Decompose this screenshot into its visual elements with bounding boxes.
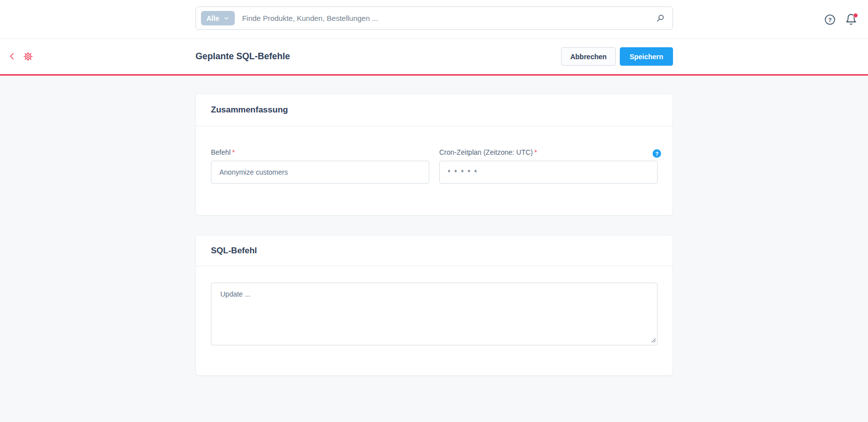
cron-label: Cron-Zeitplan (Zeitzone: UTC)*: [439, 148, 658, 156]
notification-badge: [853, 13, 858, 18]
sql-statement-textarea[interactable]: Update ...: [211, 283, 658, 345]
save-button[interactable]: Speichern: [620, 47, 673, 66]
top-bar: Alle ?: [0, 0, 868, 39]
page-title: Geplante SQL-Befehle: [195, 39, 290, 74]
sql-card-header: SQL-Befehl: [196, 235, 673, 266]
settings-gear-icon[interactable]: [23, 51, 33, 62]
search-icon[interactable]: [656, 13, 665, 23]
notifications-bell-icon[interactable]: [845, 13, 857, 25]
search-scope-dropdown[interactable]: Alle: [201, 11, 235, 25]
chevron-down-icon: [223, 15, 229, 21]
cron-input[interactable]: [439, 161, 658, 184]
cron-field: Cron-Zeitplan (Zeitzone: UTC)*: [439, 148, 658, 184]
sql-card: SQL-Befehl Update ...: [195, 235, 673, 376]
svg-text:?: ?: [828, 16, 832, 22]
summary-fields: Befehl* Cron-Zeitplan (Zeitzone: UTC)*: [196, 126, 673, 184]
summary-card-header: Zusammenfassung: [196, 94, 673, 126]
cron-help-icon[interactable]: ?: [653, 149, 661, 158]
command-input[interactable]: [211, 161, 429, 184]
required-marker: *: [534, 148, 537, 156]
page-header: Geplante SQL-Befehle Abbrechen Speichern: [0, 39, 868, 76]
back-button[interactable]: [8, 50, 16, 62]
search-scope-label: Alle: [206, 14, 219, 22]
global-search[interactable]: Alle: [195, 6, 673, 30]
topbar-actions: ?: [824, 0, 857, 39]
summary-card: Zusammenfassung Befehl* Cron-Zeitplan (Z…: [195, 94, 673, 215]
command-field: Befehl*: [211, 148, 429, 184]
help-icon[interactable]: ?: [824, 13, 836, 26]
sql-card-title: SQL-Befehl: [211, 246, 257, 256]
required-marker: *: [232, 148, 235, 156]
cancel-button[interactable]: Abbrechen: [561, 47, 616, 66]
sql-textarea-wrap: Update ...: [211, 283, 658, 345]
command-label: Befehl*: [211, 148, 429, 156]
summary-card-title: Zusammenfassung: [211, 105, 288, 115]
search-input[interactable]: [242, 7, 656, 29]
